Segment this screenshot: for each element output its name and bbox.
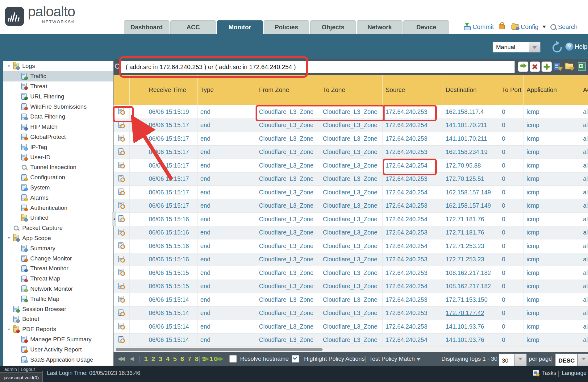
last-page-button[interactable]: ▶▶ — [216, 352, 223, 366]
scrollbar-thumb[interactable] — [116, 348, 323, 351]
filter-builder-icon[interactable] — [553, 62, 563, 71]
admin-logout-link[interactable]: admin | Logout — [4, 367, 35, 372]
search-button[interactable]: Search — [558, 23, 578, 31]
sidebar-item-network-monitor[interactable]: Network Monitor — [3, 284, 113, 294]
sidebar-item-threat[interactable]: Threat — [3, 81, 113, 92]
test-policy-caret-icon[interactable] — [415, 352, 420, 366]
tab-acc[interactable]: ACC — [170, 20, 216, 34]
expand-caret-icon[interactable]: ▼ — [5, 236, 13, 240]
sidebar-item-unified[interactable]: Unified — [3, 213, 113, 223]
sidebar-item-saas-application-usage[interactable]: SaaS Application Usage — [3, 355, 113, 365]
sidebar-item-globalprotect[interactable]: GlobalProtect — [3, 132, 113, 142]
detail-cell — [114, 199, 130, 213]
config-caret-icon[interactable] — [542, 26, 546, 28]
log-detail-magnifier-icon[interactable] — [118, 336, 126, 344]
column-header-type[interactable]: Type — [198, 75, 256, 105]
log-detail-magnifier-icon[interactable] — [118, 162, 126, 169]
log-row: 06/06 15:15:15endCloudflare_L3_ZoneCloud… — [114, 266, 588, 280]
log-detail-magnifier-icon[interactable] — [118, 256, 126, 263]
log-detail-magnifier-icon[interactable] — [118, 283, 126, 290]
sidebar-item-logs[interactable]: ▼Logs — [3, 61, 113, 71]
log-detail-magnifier-icon[interactable] — [118, 229, 126, 236]
column-header-receive-time[interactable]: Receive Time — [146, 75, 198, 105]
tasks-button[interactable]: Tasks — [542, 370, 556, 376]
column-header-to-port[interactable]: To Port — [499, 75, 524, 105]
log-detail-magnifier-icon[interactable] — [118, 296, 126, 303]
tab-monitor[interactable]: Monitor — [217, 20, 263, 34]
sidebar-item-summary[interactable]: Summary — [3, 243, 113, 253]
sidebar-item-hip-match[interactable]: HIP Match — [3, 122, 113, 132]
sidebar-item-ip-tag[interactable]: IP-Tag — [3, 142, 113, 152]
sidebar-item-botnet[interactable]: Botnet — [3, 314, 113, 324]
sidebar-item-manage-pdf-summary[interactable]: Manage PDF Summary — [3, 334, 113, 345]
log-detail-magnifier-icon[interactable] — [118, 175, 126, 183]
sidebar-item-packet-capture[interactable]: Packet Capture — [3, 223, 113, 233]
log-detail-magnifier-icon[interactable] — [118, 108, 126, 115]
sidebar-item-threat-map[interactable]: Threat Map — [3, 274, 113, 284]
help-icon[interactable]: ? — [565, 43, 573, 51]
next-page-button[interactable]: ▶ — [205, 352, 208, 366]
log-detail-magnifier-icon[interactable] — [118, 202, 126, 210]
column-header-to-zone[interactable]: To Zone — [320, 75, 383, 105]
sidebar-item-session-browser[interactable]: Session Browser — [3, 304, 113, 314]
clear-filter-button[interactable] — [530, 61, 540, 72]
log-detail-magnifier-icon[interactable] — [118, 323, 126, 330]
config-button[interactable]: Config — [521, 23, 539, 31]
sidebar-item-user-id[interactable]: User-ID — [3, 152, 113, 162]
sidebar-collapse-handle[interactable]: ◂ — [112, 212, 116, 226]
language-button[interactable]: Language — [562, 370, 586, 376]
log-detail-magnifier-icon[interactable] — [118, 148, 126, 156]
sidebar-item-tunnel-inspection[interactable]: Tunnel Inspection — [3, 162, 113, 172]
log-detail-magnifier-icon[interactable] — [118, 269, 126, 276]
log-detail-magnifier-icon[interactable] — [118, 189, 126, 196]
highlight-policy-checkbox[interactable] — [292, 352, 299, 366]
sidebar-item-threat-monitor[interactable]: Threat Monitor — [3, 264, 113, 274]
tab-dashboard[interactable]: Dashboard — [124, 20, 169, 34]
commit-button[interactable]: Commit — [473, 23, 494, 31]
tab-network[interactable]: Network — [357, 20, 402, 34]
column-header-source[interactable]: Source — [383, 75, 443, 105]
expand-caret-icon[interactable]: ▼ — [5, 64, 13, 68]
sidebar-item-authentication[interactable]: Authentication — [3, 203, 113, 213]
apply-filter-button[interactable] — [518, 61, 528, 72]
tab-objects[interactable]: Objects — [310, 20, 356, 34]
log-detail-magnifier-icon[interactable] — [118, 135, 126, 142]
column-header-application[interactable]: Application — [524, 75, 580, 105]
log-detail-magnifier-icon[interactable] — [118, 122, 126, 129]
sidebar-item-user-activity-report[interactable]: User Activity Report — [3, 344, 113, 355]
sidebar-item-traffic-map[interactable]: Traffic Map — [3, 294, 113, 304]
tab-policies[interactable]: Policies — [264, 20, 309, 34]
prev-page-button[interactable]: ◀ — [130, 352, 133, 366]
sidebar-item-wildfire-submissions[interactable]: WildFire Submissions — [3, 102, 113, 112]
refresh-mode-arrow[interactable] — [529, 42, 540, 52]
add-filter-button[interactable] — [541, 61, 552, 72]
destination-cell[interactable]: 172.70.177.42 — [443, 307, 499, 320]
log-detail-magnifier-icon[interactable] — [118, 309, 126, 317]
column-header-from-zone[interactable]: From Zone — [256, 75, 320, 105]
sidebar-item-traffic[interactable]: Traffic — [3, 71, 113, 81]
sidebar-item-app-scope[interactable]: ▼App Scope — [3, 233, 113, 243]
lock-icon[interactable] — [499, 24, 505, 29]
export-csv-icon[interactable] — [577, 62, 586, 71]
column-header-destination[interactable]: Destination — [443, 75, 499, 105]
first-page-button[interactable]: ◀◀ — [118, 352, 124, 366]
sidebar-item-pdf-reports[interactable]: ▼PDF Reports — [3, 324, 113, 334]
log-detail-magnifier-icon[interactable] — [118, 215, 126, 223]
sidebar-item-configuration[interactable]: Configuration — [3, 172, 113, 183]
log-detail-magnifier-icon[interactable] — [118, 242, 126, 250]
expand-caret-icon[interactable]: ▼ — [5, 328, 13, 331]
tab-device[interactable]: Device — [403, 20, 449, 34]
horizontal-scrollbar[interactable] — [114, 347, 588, 352]
sidebar-item-change-monitor[interactable]: Change Monitor — [3, 253, 113, 264]
sidebar-item-url-filtering[interactable]: URL Filtering — [3, 91, 113, 102]
help-label[interactable]: Help — [575, 43, 587, 50]
sidebar-item-system[interactable]: System — [3, 183, 113, 193]
log-filter-input[interactable] — [120, 61, 515, 73]
sidebar-item-alarms[interactable]: Alarms — [3, 193, 113, 203]
load-filter-icon[interactable] — [565, 62, 574, 71]
refresh-mode-select[interactable]: Manual — [493, 42, 529, 52]
test-policy-match-button[interactable]: Test Policy Match — [369, 352, 415, 366]
column-header-action[interactable]: Action — [580, 75, 588, 105]
sidebar-item-data-filtering[interactable]: Data Filtering — [3, 112, 113, 122]
resolve-hostname-checkbox[interactable] — [229, 352, 237, 366]
